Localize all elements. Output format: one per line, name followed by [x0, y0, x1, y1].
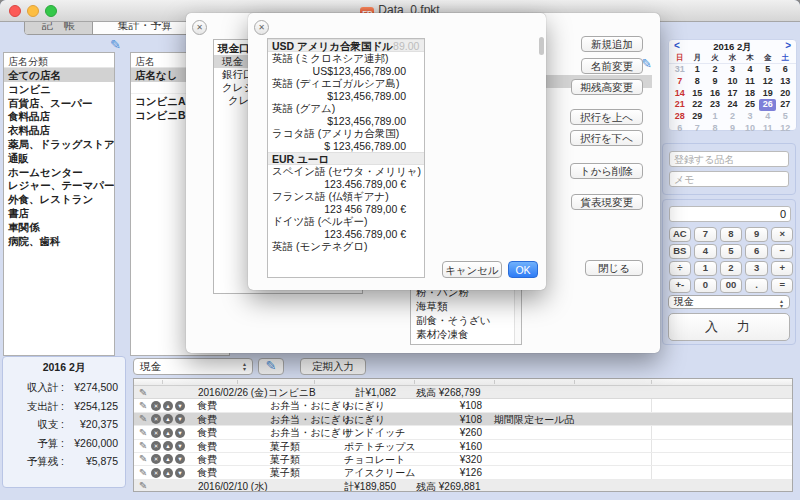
store-category-item[interactable]: コンビニ [4, 82, 114, 96]
store-category-item[interactable]: ホームセンター [4, 165, 114, 179]
currency-entry-name[interactable]: 英語 (ミクロネシア連邦) [268, 52, 424, 65]
store-category-item[interactable]: 車関係 [4, 220, 114, 234]
move-down-icon[interactable]: ▼ [175, 401, 185, 411]
calendar-day[interactable]: 9 [706, 76, 724, 88]
calc-key[interactable]: 6 [745, 244, 768, 259]
ledger-account-select[interactable]: 現金 ▴▾ [133, 358, 253, 375]
move-up-icon[interactable]: ▲ [163, 428, 173, 438]
account-action-button[interactable]: 貨表現変更 [571, 194, 644, 210]
calendar-day[interactable]: 27 [776, 99, 794, 111]
calendar-day[interactable]: 22 [689, 99, 707, 111]
delete-icon[interactable]: ✕ [151, 401, 161, 411]
calendar-day[interactable]: 16 [706, 88, 724, 100]
store-category-item[interactable]: 薬局、ドラッグストア [4, 137, 114, 151]
calendar-day[interactable]: 11 [759, 123, 777, 135]
cancel-button[interactable]: キャンセル [442, 261, 502, 278]
calc-key[interactable]: +- [669, 278, 692, 293]
calendar-day[interactable]: 1 [689, 64, 707, 76]
calc-key[interactable]: 7 [694, 227, 717, 242]
sub-list-item[interactable]: 海草類 [411, 299, 521, 313]
calendar-day[interactable]: 4 [741, 64, 759, 76]
currency-entry-name[interactable]: 英語 (グアム) [268, 102, 424, 115]
calendar-day[interactable]: 3 [724, 64, 742, 76]
calendar-day[interactable]: 14 [671, 88, 689, 100]
currency-entry-name[interactable]: 英語 (モンテネグロ) [268, 240, 424, 253]
calendar-day[interactable]: 12 [759, 76, 777, 88]
move-down-icon[interactable]: ▼ [175, 428, 185, 438]
edit-pencil-icon[interactable]: ✎ [139, 388, 149, 398]
calc-key[interactable]: AC [669, 227, 692, 242]
calc-key[interactable]: 8 [720, 227, 743, 242]
calendar-day[interactable]: 2 [706, 64, 724, 76]
move-up-icon[interactable]: ▲ [163, 401, 173, 411]
calendar-day[interactable]: 23 [706, 99, 724, 111]
calc-key[interactable]: ÷ [669, 261, 692, 276]
store-category-item[interactable]: 病院、歯科 [4, 234, 114, 248]
delete-icon[interactable]: ✕ [151, 454, 161, 464]
calc-key[interactable]: 5 [720, 244, 743, 259]
currency-entry-name[interactable]: スペイン語 (セウタ・メリリャ) [268, 165, 424, 178]
edit-pencil-icon[interactable]: ✎ [139, 401, 149, 411]
calc-key[interactable]: + [771, 261, 794, 276]
calc-key[interactable]: 3 [745, 261, 768, 276]
close-dialog-button[interactable]: 閉じる [585, 260, 643, 276]
move-down-icon[interactable]: ▼ [175, 414, 185, 424]
calc-key[interactable]: − [771, 244, 794, 259]
calendar-day[interactable]: 6 [671, 123, 689, 135]
calendar-day[interactable]: 18 [741, 88, 759, 100]
calendar-day[interactable]: 11 [741, 76, 759, 88]
calc-key[interactable]: = [771, 278, 794, 293]
delete-icon[interactable]: ✕ [151, 468, 161, 478]
ok-button[interactable]: OK [508, 261, 538, 278]
store-category-item[interactable]: 衣料品店 [4, 123, 114, 137]
item-name-input[interactable] [669, 151, 789, 167]
currency-entry-name[interactable]: ラコタ語 (アメリカ合衆国) [268, 127, 424, 140]
periodic-entry-button[interactable]: 定期入力 [300, 358, 366, 375]
calendar-day[interactable]: 15 [689, 88, 707, 100]
calc-key[interactable]: 4 [694, 244, 717, 259]
move-down-icon[interactable]: ▼ [175, 468, 185, 478]
calendar-day[interactable]: 8 [706, 123, 724, 135]
calendar-day[interactable]: 5 [759, 64, 777, 76]
move-up-icon[interactable]: ▲ [163, 441, 173, 451]
store-category-item[interactable]: 通販 [4, 151, 114, 165]
submit-entry-button[interactable]: 入 力 [668, 313, 790, 341]
ledger-edit-button[interactable]: ✎ [258, 358, 284, 375]
calc-key[interactable]: 00 [720, 278, 743, 293]
calendar-day[interactable]: 19 [759, 88, 777, 100]
store-category-item[interactable]: 外食、レストラン [4, 192, 114, 206]
calc-account-select[interactable]: 現金 ▴▾ [668, 295, 790, 309]
delete-icon[interactable]: ✕ [151, 428, 161, 438]
calendar-day[interactable]: 10 [724, 76, 742, 88]
calendar-day[interactable]: 13 [776, 76, 794, 88]
edit-pencil-icon[interactable]: ✎ [139, 454, 149, 464]
calendar-next-icon[interactable]: > [785, 40, 791, 51]
calendar-day[interactable]: 6 [776, 64, 794, 76]
calendar-day[interactable]: 31 [671, 64, 689, 76]
memo-input[interactable] [669, 171, 789, 187]
move-up-icon[interactable]: ▲ [163, 454, 173, 464]
edit-pencil-icon[interactable]: ✎ [139, 441, 149, 451]
ledger-item-row[interactable]: ✎✕▲▼食費菓子類アイスクリーム¥126 [134, 466, 792, 479]
calendar-day[interactable]: 26 [759, 99, 777, 111]
calendar-day[interactable]: 20 [776, 88, 794, 100]
ledger-item-row[interactable]: ✎✕▲▼食費お弁当・おにぎりサンドイッチ¥260 [134, 426, 792, 439]
store-category-item[interactable]: 書店 [4, 206, 114, 220]
calendar-day[interactable]: 7 [689, 123, 707, 135]
move-down-icon[interactable]: ▼ [175, 454, 185, 464]
calendar-day[interactable]: 3 [741, 111, 759, 123]
calc-key[interactable]: 1 [694, 261, 717, 276]
edit-pencil-icon[interactable]: ✎ [139, 468, 149, 478]
delete-icon[interactable]: ✕ [151, 441, 161, 451]
account-action-button[interactable]: 択行を下へ [570, 130, 643, 146]
move-down-icon[interactable]: ▼ [175, 441, 185, 451]
edit-pencil-icon[interactable]: ✎ [139, 414, 149, 424]
edit-store-pencil-icon[interactable]: ✎ [110, 38, 121, 51]
ledger-item-row[interactable]: ✎✕▲▼食費お弁当・おにぎりおにぎり¥108期間限定セール品 [134, 413, 792, 426]
store-category-item[interactable]: 全ての店名 [4, 68, 114, 82]
calendar-day[interactable]: 7 [671, 76, 689, 88]
close-icon[interactable]: ✕ [192, 20, 207, 35]
calendar-day[interactable]: 17 [724, 88, 742, 100]
calc-key[interactable]: 9 [745, 227, 768, 242]
calendar-day[interactable]: 4 [759, 111, 777, 123]
